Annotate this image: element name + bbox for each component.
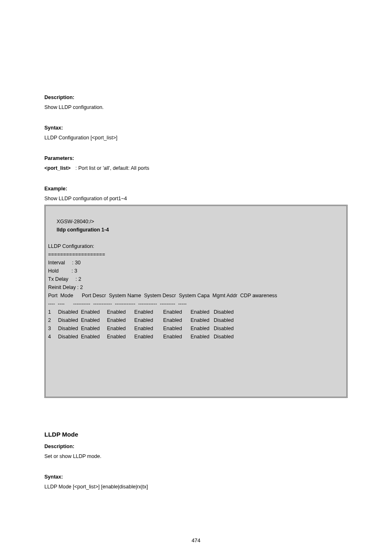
terminal-line: 3 Disabled Enabled Enabled Enabled Enabl…	[48, 324, 344, 333]
example-text: Show LLDP configuration of port1~4	[44, 196, 348, 201]
terminal-line: Tx Delay : 2	[48, 275, 344, 283]
page-number: 474	[0, 537, 392, 543]
terminal-prompt: XGSW-28040:/>	[57, 219, 94, 224]
param-name: <port_list>	[44, 165, 74, 171]
terminal-line: 4 Disabled Enabled Enabled Enabled Enabl…	[48, 333, 344, 341]
terminal-line: Port Mode Port Descr System Name System …	[48, 291, 344, 300]
syntax-label: Syntax:	[44, 125, 348, 131]
syntax-text: LLDP Configuration [<port_list>]	[44, 135, 348, 141]
description-label: Description:	[44, 95, 348, 100]
param-desc: : Port list or 'all', default: All ports	[75, 165, 149, 171]
terminal-line: Interval : 30	[48, 259, 344, 267]
terminal-line: LLDP Configuration:	[48, 242, 344, 250]
description-text: Show LLDP configuration.	[44, 104, 348, 110]
terminal-line: Hold : 3	[48, 267, 344, 275]
terminal-line: ===================	[48, 250, 344, 259]
section-heading: LLDP Mode	[44, 431, 348, 438]
terminal-line: Reinit Delay : 2	[48, 283, 344, 291]
terminal-line: 2 Disabled Enabled Enabled Enabled Enabl…	[48, 316, 344, 324]
example-label: Example:	[44, 186, 348, 192]
description-label: Description:	[44, 444, 348, 449]
description-text: Set or show LLDP mode.	[44, 453, 348, 459]
terminal-line: ---- ---- ---------- ----------- -------…	[48, 300, 344, 308]
terminal-line: 1 Disabled Enabled Enabled Enabled Enabl…	[48, 308, 344, 316]
syntax-text: LLDP Mode [<port_list>] [enable|disable|…	[44, 484, 348, 490]
syntax-label: Syntax:	[44, 474, 348, 480]
parameters-label: Parameters:	[44, 155, 348, 161]
terminal-command: lldp configuration 1-4	[57, 227, 109, 233]
terminal-output: XGSW-28040:/> lldp configuration 1-4 LLD…	[44, 205, 348, 398]
